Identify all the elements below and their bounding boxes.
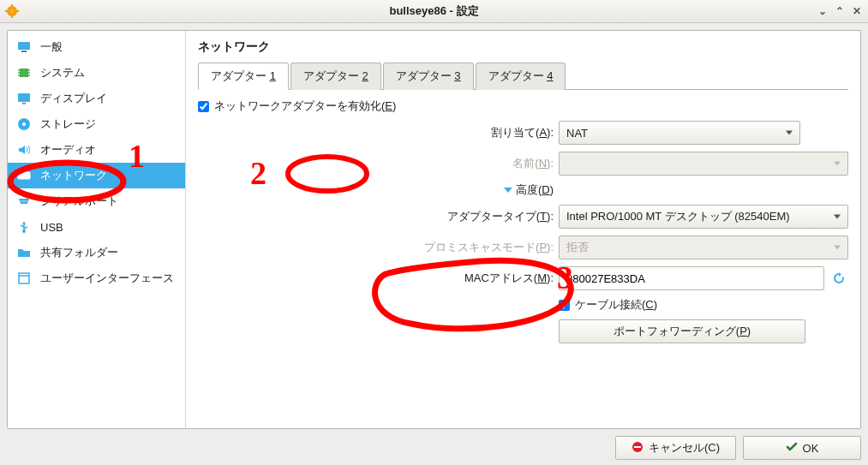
ok-label: OK [803, 442, 819, 455]
maximize-icon[interactable]: ⌃ [834, 5, 846, 17]
sidebar-item-audio[interactable]: オーディオ [8, 137, 185, 163]
promiscuous-value: 拒否 [566, 240, 589, 255]
attached-select[interactable]: NAT [559, 121, 800, 145]
sidebar-item-label: ネットワーク [40, 168, 107, 183]
mac-input[interactable] [559, 266, 824, 290]
sidebar-item-label: ユーザーインターフェース [40, 271, 174, 286]
tab-adapter-4[interactable]: アダプター 4 [476, 63, 566, 90]
sidebar-item-label: オーディオ [40, 142, 96, 158]
adapter-type-select[interactable]: Intel PRO/1000 MT デスクトップ (82540EM) [559, 205, 848, 229]
svg-point-18 [22, 122, 26, 126]
sidebar-item-storage[interactable]: ストレージ [8, 111, 185, 137]
svg-rect-8 [20, 69, 28, 77]
dialog-footer: キャンセル(C) OK [7, 429, 861, 460]
content-area: ネットワーク アダプター 1アダプター 2アダプター 3アダプター 4 ネットワ… [186, 31, 860, 428]
folder-icon [16, 245, 32, 260]
chevron-down-icon [504, 188, 512, 193]
sidebar-item-display[interactable]: ディスプレイ [8, 86, 185, 111]
enable-adapter-label: ネットワークアダプターを有効化(E) [214, 98, 396, 114]
nic-icon [16, 168, 32, 183]
sidebar-item-label: シリアルポート [40, 194, 118, 209]
svg-rect-15 [18, 93, 30, 102]
sidebar-item-label: ディスプレイ [40, 91, 107, 106]
settings-window: bullseye86 - 設定 ⌄ ⌃ ✕ 一般システムディスプレイストレージオ… [0, 0, 868, 465]
adapter-tabs: アダプター 1アダプター 2アダプター 3アダプター 4 [198, 62, 848, 90]
advanced-toggle[interactable]: 高度(D) [504, 182, 554, 198]
monitor-icon [16, 39, 32, 55]
svg-point-22 [23, 200, 25, 202]
cancel-label: キャンセル(C) [649, 440, 720, 456]
name-label: 名前(N): [404, 156, 554, 171]
sidebar-item-label: システム [40, 65, 85, 80]
port-forwarding-label: ポートフォワーディング(P) [614, 324, 751, 339]
titlebar: bullseye86 - 設定 ⌄ ⌃ ✕ [0, 0, 868, 23]
sidebar-item-network[interactable]: ネットワーク [8, 163, 185, 188]
speaker-icon [16, 142, 32, 158]
cable-connected-label: ケーブル接続(C) [575, 297, 657, 313]
minimize-icon[interactable]: ⌄ [817, 5, 829, 17]
tab-adapter-3[interactable]: アダプター 3 [383, 63, 474, 90]
window-title: bullseye86 - 設定 [0, 3, 868, 19]
sidebar-item-label: 一般 [40, 39, 63, 55]
cable-connected-input[interactable] [559, 300, 570, 311]
svg-rect-20 [26, 174, 28, 177]
usb-icon [16, 219, 32, 235]
serial-icon [16, 194, 32, 209]
port-forwarding-button[interactable]: ポートフォワーディング(P) [559, 319, 805, 343]
svg-point-21 [21, 200, 22, 202]
mac-label: MACアドレス(M): [404, 271, 554, 286]
name-select [559, 152, 848, 176]
enable-adapter-checkbox[interactable]: ネットワークアダプターを有効化(E) [198, 98, 396, 114]
attached-label: 割り当て(A): [404, 125, 554, 140]
svg-point-23 [26, 200, 27, 202]
ok-icon [786, 441, 798, 456]
app-icon [5, 4, 19, 18]
svg-rect-6 [18, 42, 30, 50]
close-icon[interactable]: ✕ [851, 5, 863, 17]
enable-adapter-input[interactable] [198, 101, 209, 112]
sidebar-item-usb[interactable]: USB [8, 214, 185, 240]
settings-sidebar: 一般システムディスプレイストレージオーディオネットワークシリアルポートUSB共有… [8, 31, 186, 428]
refresh-mac-icon[interactable] [829, 269, 848, 288]
sidebar-item-ui[interactable]: ユーザーインターフェース [8, 265, 185, 291]
advanced-label: 高度(D) [516, 182, 554, 198]
window-icon [16, 271, 32, 286]
cancel-icon [632, 441, 644, 456]
svg-rect-7 [21, 51, 27, 52]
promiscuous-label: プロミスキャスモード(P): [404, 240, 554, 255]
adapter-type-value: Intel PRO/1000 MT デスクトップ (82540EM) [566, 209, 790, 224]
page-title: ネットワーク [198, 39, 848, 55]
disc-icon [16, 116, 32, 132]
tab-adapter-1[interactable]: アダプター 1 [198, 63, 289, 90]
cable-connected-checkbox[interactable]: ケーブル接続(C) [559, 297, 657, 313]
attached-value: NAT [566, 127, 588, 140]
adapter-type-label: アダプタータイプ(T): [404, 209, 554, 224]
ok-button[interactable]: OK [743, 436, 861, 460]
sidebar-item-label: 共有フォルダー [40, 245, 118, 260]
tab-adapter-2[interactable]: アダプター 2 [290, 63, 381, 90]
svg-rect-16 [22, 103, 26, 104]
svg-point-1 [10, 9, 15, 14]
svg-rect-31 [634, 446, 641, 448]
sidebar-item-system[interactable]: システム [8, 60, 185, 86]
sidebar-item-serial[interactable]: シリアルポート [8, 188, 185, 214]
svg-rect-28 [19, 273, 29, 283]
sidebar-item-shared[interactable]: 共有フォルダー [8, 240, 185, 265]
sidebar-item-general[interactable]: 一般 [8, 34, 185, 60]
sidebar-item-label: ストレージ [40, 116, 96, 132]
sidebar-item-label: USB [40, 221, 63, 234]
promiscuous-select: 拒否 [559, 235, 848, 259]
display-icon [16, 91, 32, 106]
chip-icon [16, 65, 32, 80]
cancel-button[interactable]: キャンセル(C) [615, 436, 736, 460]
